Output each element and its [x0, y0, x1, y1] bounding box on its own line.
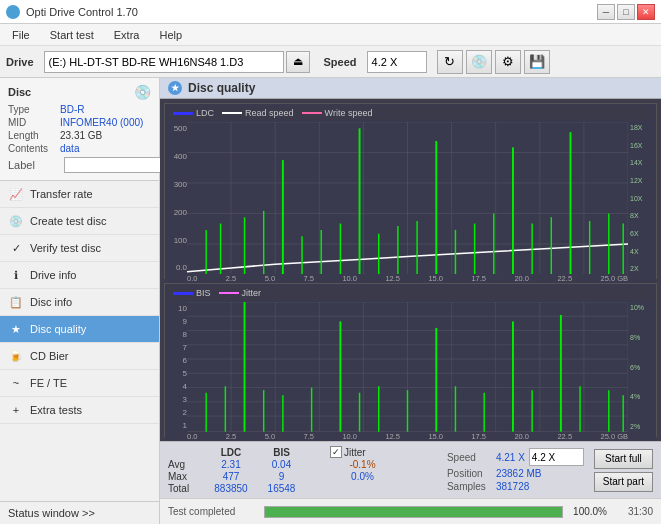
speed-value: 4.2 X [372, 56, 398, 68]
content-area: ★ Disc quality LDC Read speed Write spee… [160, 78, 661, 524]
drive-eject-button[interactable]: ⏏ [286, 51, 310, 73]
menu-extra[interactable]: Extra [108, 27, 146, 43]
samples-value: 381728 [496, 481, 529, 492]
jitter-label: Jitter [344, 447, 366, 458]
nav-items: 📈 Transfer rate 💿 Create test disc ✓ Ver… [0, 181, 159, 501]
settings-icon[interactable]: ⚙ [495, 50, 521, 74]
disc-info-panel: Disc 💿 Type BD-R MID INFOMER40 (000) Len… [0, 78, 159, 181]
chart1-legend: LDC Read speed Write speed [169, 106, 652, 120]
avg-jitter: -0.1% [330, 459, 395, 470]
disc-quality-title: Disc quality [188, 81, 255, 95]
nav-disc-info[interactable]: 📋 Disc info [0, 289, 159, 316]
max-ldc: 477 [206, 471, 256, 482]
verify-test-disc-icon: ✓ [8, 240, 24, 256]
close-button[interactable]: ✕ [637, 4, 655, 20]
disc-panel-icon: 💿 [134, 84, 151, 100]
menu-help[interactable]: Help [153, 27, 188, 43]
ldc-col-header: LDC [206, 447, 256, 458]
disc-quality-header-icon: ★ [168, 81, 182, 95]
nav-drive-info[interactable]: ℹ Drive info [0, 262, 159, 289]
length-label: Length [8, 130, 60, 141]
nav-transfer-rate[interactable]: 📈 Transfer rate [0, 181, 159, 208]
position-label: Position [447, 468, 492, 479]
drive-toolbar: Drive (E:) HL-DT-ST BD-RE WH16NS48 1.D3 … [0, 46, 661, 78]
speed-row-value: 4.21 X [496, 452, 525, 463]
window-controls: ─ □ ✕ [597, 4, 655, 20]
jitter-legend: Jitter [242, 288, 262, 298]
toolbar-icons: ↻ 💿 ⚙ 💾 [437, 50, 550, 74]
stats-table: LDC BIS ✓ Jitter Avg 2.31 0.04 -0.1% Max [168, 446, 437, 494]
disc-quality-header: ★ Disc quality [160, 78, 661, 99]
read-speed-legend: Read speed [245, 108, 294, 118]
write-speed-legend: Write speed [325, 108, 373, 118]
create-test-disc-icon: 💿 [8, 213, 24, 229]
bis-chart: BIS Jitter 10 9 8 7 6 5 4 3 2 [164, 283, 657, 437]
chart2-legend: BIS Jitter [169, 286, 652, 300]
nav-create-test-disc[interactable]: 💿 Create test disc [0, 208, 159, 235]
position-value: 23862 MB [496, 468, 542, 479]
ldc-legend: LDC [196, 108, 214, 118]
nav-drive-info-label: Drive info [30, 269, 76, 281]
contents-value: data [60, 143, 79, 154]
nav-disc-quality-label: Disc quality [30, 323, 86, 335]
nav-extra-tests[interactable]: + Extra tests [0, 397, 159, 424]
drive-label: Drive [6, 56, 34, 68]
charts-container: LDC Read speed Write speed 500 400 300 2… [160, 99, 661, 441]
chart1-svg [187, 122, 628, 274]
disc-section-title: Disc [8, 86, 31, 98]
nav-fe-te-label: FE / TE [30, 377, 67, 389]
avg-ldc: 2.31 [206, 459, 256, 470]
disc-quality-icon: ★ [8, 321, 24, 337]
fe-te-icon: ~ [8, 375, 24, 391]
max-bis: 9 [259, 471, 304, 482]
maximize-button[interactable]: □ [617, 4, 635, 20]
nav-fe-te[interactable]: ~ FE / TE [0, 370, 159, 397]
drive-select-box[interactable]: (E:) HL-DT-ST BD-RE WH16NS48 1.D3 [44, 51, 284, 73]
save-icon[interactable]: 💾 [524, 50, 550, 74]
nav-extra-tests-label: Extra tests [30, 404, 82, 416]
menu-start-test[interactable]: Start test [44, 27, 100, 43]
nav-verify-test-disc[interactable]: ✓ Verify test disc [0, 235, 159, 262]
jitter-checkbox[interactable]: ✓ [330, 446, 342, 458]
refresh-icon[interactable]: ↻ [437, 50, 463, 74]
status-bar-sidebar: Status window >> [0, 501, 159, 524]
drive-value: (E:) HL-DT-ST BD-RE WH16NS48 1.D3 [49, 56, 244, 68]
progress-area: Test completed 100.0% 31:30 [160, 498, 661, 524]
nav-disc-info-label: Disc info [30, 296, 72, 308]
progress-bar-fill [265, 507, 562, 517]
type-value: BD-R [60, 104, 84, 115]
minimize-button[interactable]: ─ [597, 4, 615, 20]
speed-select-value: 4.2 X [532, 452, 555, 463]
chart2-svg [187, 302, 628, 432]
disc-info-icon: 📋 [8, 294, 24, 310]
jitter-checkbox-row[interactable]: ✓ Jitter [330, 446, 395, 458]
progress-percent: 100.0% [569, 506, 607, 517]
avg-label: Avg [168, 459, 203, 470]
speed-row-select[interactable]: 4.2 X [529, 448, 584, 466]
label-label: Label [8, 159, 60, 171]
bis-legend: BIS [196, 288, 211, 298]
sidebar: Disc 💿 Type BD-R MID INFOMER40 (000) Len… [0, 78, 160, 524]
menu-bar: File Start test Extra Help [0, 24, 661, 46]
title-bar: Opti Drive Control 1.70 ─ □ ✕ [0, 0, 661, 24]
menu-file[interactable]: File [6, 27, 36, 43]
contents-label: Contents [8, 143, 60, 154]
total-bis: 16548 [259, 483, 304, 494]
speed-label: Speed [324, 56, 357, 68]
nav-transfer-rate-label: Transfer rate [30, 188, 93, 200]
start-full-button[interactable]: Start full [594, 449, 653, 469]
length-value: 23.31 GB [60, 130, 102, 141]
disc-icon[interactable]: 💿 [466, 50, 492, 74]
nav-disc-quality[interactable]: ★ Disc quality [0, 316, 159, 343]
status-window-button[interactable]: Status window >> [0, 502, 159, 524]
app-title: Opti Drive Control 1.70 [26, 6, 138, 18]
start-part-button[interactable]: Start part [594, 472, 653, 492]
drive-selector[interactable]: (E:) HL-DT-ST BD-RE WH16NS48 1.D3 ⏏ [44, 51, 310, 73]
speed-select[interactable]: 4.2 X [367, 51, 427, 73]
speed-position-area: Speed 4.21 X 4.2 X Position 23862 MB Sam… [447, 448, 584, 492]
type-label: Type [8, 104, 60, 115]
status-window-label: Status window >> [8, 507, 95, 519]
mid-value: INFOMER40 (000) [60, 117, 143, 128]
extra-tests-icon: + [8, 402, 24, 418]
nav-cd-bier[interactable]: 🍺 CD Bier [0, 343, 159, 370]
